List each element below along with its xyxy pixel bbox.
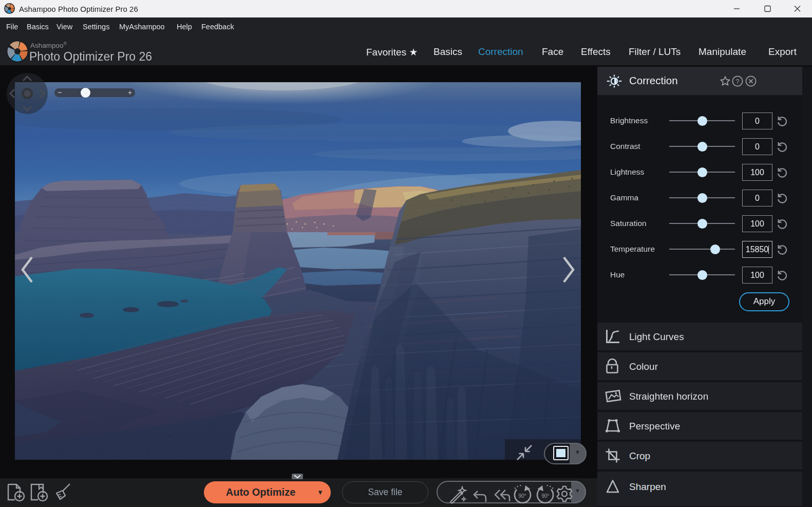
svg-text:?: ? bbox=[735, 78, 740, 85]
svg-text:90°: 90° bbox=[518, 493, 526, 499]
svg-text:90°: 90° bbox=[541, 493, 549, 499]
